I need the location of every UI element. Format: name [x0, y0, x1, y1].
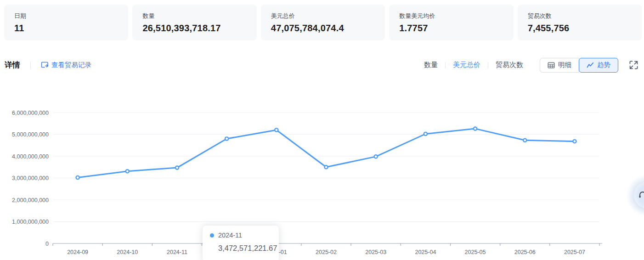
svg-text:0: 0 [45, 241, 49, 247]
svg-text:2025-06: 2025-06 [514, 249, 536, 255]
toolbar-left: 详情 查看贸易记录 [5, 60, 91, 70]
detail-view-label: 明细 [558, 61, 571, 69]
stat-value: 47,075,784,074.4 [271, 23, 375, 34]
svg-text:2025-02: 2025-02 [316, 249, 337, 255]
stat-card-trade-count: 贸易次数 7,455,756 [518, 5, 642, 40]
svg-text:2025-04: 2025-04 [415, 249, 436, 255]
stat-value: 11 [14, 23, 118, 34]
data-point[interactable] [126, 170, 129, 173]
stat-label: 日期 [14, 12, 118, 20]
y-axis-labels: 01,000,000,0002,000,000,0003,000,000,000… [12, 110, 49, 247]
stat-label: 数量美元均价 [399, 12, 503, 20]
series-line [78, 129, 575, 177]
stat-label: 数量 [142, 12, 246, 20]
trend-line-chart: 01,000,000,0002,000,000,0003,000,000,000… [0, 104, 644, 260]
data-point[interactable] [225, 137, 228, 140]
external-window-icon [41, 62, 49, 68]
svg-text:2025-05: 2025-05 [465, 249, 486, 255]
toolbar-right: 数量 美元总价 贸易次数 明细 [424, 58, 638, 73]
svg-text:1,000,000,000: 1,000,000,000 [12, 219, 49, 225]
metric-tab-trade-count[interactable]: 贸易次数 [496, 61, 523, 69]
svg-text:2024-10: 2024-10 [117, 249, 138, 255]
table-icon [548, 62, 555, 69]
data-point[interactable] [474, 127, 477, 130]
floating-support-button[interactable] [634, 182, 644, 209]
data-point[interactable] [523, 139, 526, 142]
tab-divider [488, 62, 488, 68]
data-point[interactable] [76, 176, 79, 179]
data-point[interactable] [324, 165, 328, 169]
svg-text:6,000,000,000: 6,000,000,000 [12, 110, 49, 116]
stat-value: 7,455,756 [528, 23, 632, 34]
view-trade-records-link[interactable]: 查看贸易记录 [41, 61, 91, 69]
view-toggle-group: 明细 趋势 [540, 58, 618, 73]
stat-card-usd-total: 美元总价 47,075,784,074.4 [261, 5, 385, 40]
fullscreen-button[interactable] [628, 60, 638, 70]
data-point[interactable] [573, 140, 576, 143]
fullscreen-expand-icon [629, 61, 638, 69]
svg-text:3,000,000,000: 3,000,000,000 [12, 175, 49, 181]
svg-text:2025-03: 2025-03 [365, 249, 386, 255]
section-divider [30, 62, 31, 68]
svg-text:4,000,000,000: 4,000,000,000 [12, 153, 49, 160]
stat-value: 1.7757 [399, 23, 503, 34]
data-point[interactable] [175, 166, 179, 170]
svg-text:5,000,000,000: 5,000,000,000 [12, 131, 49, 138]
stats-row: 日期 11 数量 26,510,393,718.17 美元总价 47,075,7… [4, 5, 642, 40]
toolbar: 详情 查看贸易记录 数量 美元总价 贸易次数 [5, 57, 638, 73]
tab-divider [445, 62, 446, 68]
stat-label: 贸易次数 [528, 12, 632, 20]
trend-view-button[interactable]: 趋势 [579, 58, 618, 73]
stat-card-date: 日期 11 [4, 5, 128, 40]
x-axis-labels: 2024-092024-102024-112024-122025-012025-… [67, 249, 585, 255]
view-trade-records-label: 查看贸易记录 [51, 61, 91, 69]
svg-text:2024-09: 2024-09 [67, 249, 88, 255]
trend-view-label: 趋势 [597, 61, 610, 69]
stat-value: 26,510,393,718.17 [142, 23, 246, 34]
data-point[interactable] [275, 128, 278, 131]
x-axis [53, 243, 602, 246]
metric-tabs: 数量 美元总价 贸易次数 [424, 61, 523, 69]
data-point[interactable] [424, 132, 427, 136]
stat-card-avg-usd-price: 数量美元均价 1.7757 [389, 5, 513, 40]
page-title: 详情 [5, 60, 20, 70]
tooltip-series-dot [210, 233, 214, 237]
line-chart-icon [587, 62, 594, 68]
stat-card-quantity: 数量 26,510,393,718.17 [132, 5, 256, 40]
tooltip-date: 2024-11 [218, 232, 242, 239]
svg-text:2,000,000,000: 2,000,000,000 [12, 197, 49, 203]
stat-label: 美元总价 [271, 12, 375, 20]
trade-dashboard-page: 日期 11 数量 26,510,393,718.17 美元总价 47,075,7… [0, 0, 644, 260]
data-point[interactable] [374, 155, 378, 158]
svg-text:2025-07: 2025-07 [564, 249, 585, 255]
metric-tab-quantity[interactable]: 数量 [424, 61, 438, 69]
chart-tooltip: 2024-11 3,472,571,221.67 [203, 226, 279, 260]
tooltip-value: 3,472,571,221.67 [210, 244, 271, 253]
svg-text:2024-11: 2024-11 [167, 249, 187, 255]
metric-tab-usd-total[interactable]: 美元总价 [453, 61, 480, 69]
detail-view-button[interactable]: 明细 [540, 58, 579, 73]
